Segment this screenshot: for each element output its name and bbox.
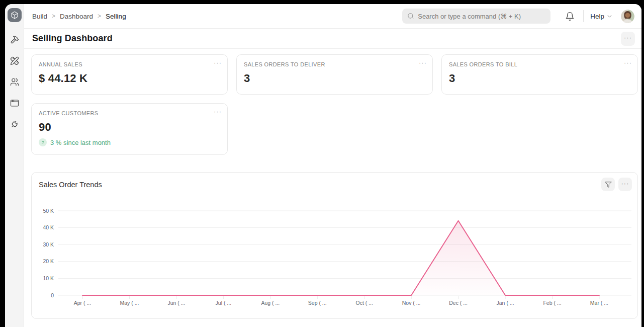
svg-text:Aug ( ...: Aug ( ... <box>261 300 280 306</box>
number-cards-row-2: ACTIVE CUSTOMERS 90 3 % since last month… <box>31 103 638 155</box>
sidebar-item-design[interactable] <box>8 54 21 67</box>
users-icon <box>10 77 19 87</box>
card-active-customers[interactable]: ACTIVE CUSTOMERS 90 3 % since last month… <box>31 103 228 155</box>
dashboard-content: ANNUAL SALES $ 44.12 K ··· SALES ORDERS … <box>24 49 641 327</box>
avatar-image <box>621 10 634 23</box>
svg-text:0: 0 <box>51 292 54 298</box>
ellipsis-icon: ··· <box>624 34 632 41</box>
search-icon <box>407 13 414 20</box>
breadcrumb: Build > Dashboard > Selling <box>32 13 126 20</box>
main-area: Build > Dashboard > Selling Search or ty… <box>24 4 641 327</box>
ellipsis-icon: ··· <box>214 59 222 66</box>
breadcrumb-item-dashboard[interactable]: Dashboard <box>60 13 93 20</box>
app-window-icon <box>10 99 19 108</box>
svg-text:Mar ( ...: Mar ( ... <box>590 300 608 306</box>
sidebar-item-apps[interactable] <box>8 97 21 110</box>
chevron-down-icon <box>606 13 613 20</box>
svg-text:Sep ( ...: Sep ( ... <box>308 300 327 306</box>
card-annual-sales[interactable]: ANNUAL SALES $ 44.12 K ··· <box>31 54 228 95</box>
card-label: ACTIVE CUSTOMERS <box>39 110 220 116</box>
topbar-divider <box>583 10 584 22</box>
trend-up-badge <box>39 138 47 146</box>
app-window: Build > Dashboard > Selling Search or ty… <box>5 4 641 327</box>
svg-text:Jan ( ...: Jan ( ... <box>497 300 514 306</box>
card-label: SALES ORDERS TO DELIVER <box>244 61 425 67</box>
svg-text:Jul ( ...: Jul ( ... <box>216 300 232 306</box>
card-menu-button[interactable]: ··· <box>624 59 632 66</box>
card-label: ANNUAL SALES <box>39 61 220 67</box>
svg-text:Oct ( ...: Oct ( ... <box>355 300 373 306</box>
notifications-button[interactable] <box>563 9 577 23</box>
svg-text:Dec ( ...: Dec ( ... <box>449 300 468 306</box>
hammer-icon <box>10 35 19 44</box>
sidebar-nav <box>8 33 21 131</box>
card-value: 3 <box>244 72 425 85</box>
sidebar-item-users[interactable] <box>8 75 21 89</box>
sidebar-item-integrations[interactable] <box>8 118 21 131</box>
svg-text:Jun ( ...: Jun ( ... <box>167 300 185 306</box>
breadcrumb-item-build[interactable]: Build <box>32 13 47 20</box>
sales-order-trends-card: Sales Order Trends ··· 010 K20 K30 K40 <box>31 172 638 319</box>
sidebar-item-build[interactable] <box>8 33 21 46</box>
svg-text:50 K: 50 K <box>43 208 54 214</box>
help-menu[interactable]: Help <box>590 13 613 20</box>
ellipsis-icon: ··· <box>214 108 222 115</box>
breadcrumb-separator: > <box>52 13 55 20</box>
card-sales-orders-to-deliver[interactable]: SALES ORDERS TO DELIVER 3 ··· <box>236 54 433 95</box>
search-placeholder: Search or type a command (⌘ + K) <box>418 13 521 20</box>
plug-icon <box>10 120 19 129</box>
card-value: 90 <box>39 121 220 134</box>
card-delta: 3 % since last month <box>39 138 220 146</box>
card-menu-button[interactable]: ··· <box>214 59 222 66</box>
svg-text:May ( ...: May ( ... <box>120 300 139 306</box>
bell-icon <box>565 12 575 21</box>
breadcrumb-separator: > <box>98 13 101 20</box>
svg-text:Feb ( ...: Feb ( ... <box>543 300 561 306</box>
card-delta-text: 3 % since last month <box>50 139 111 146</box>
box-icon <box>11 11 19 19</box>
arrow-up-right-icon <box>41 140 45 145</box>
pencil-ruler-icon <box>10 56 19 65</box>
card-value: 3 <box>449 72 630 85</box>
search-input[interactable]: Search or type a command (⌘ + K) <box>402 9 550 24</box>
card-label: SALES ORDERS TO BILL <box>449 61 630 67</box>
help-label: Help <box>590 13 604 20</box>
card-menu-button[interactable]: ··· <box>214 108 222 115</box>
ellipsis-icon: ··· <box>419 59 427 66</box>
sales-order-trends-chart: 010 K20 K30 K40 K50 KApr ( ...May ( ...J… <box>32 173 638 319</box>
title-bar: Selling Dashboard ··· <box>24 29 641 49</box>
topbar: Build > Dashboard > Selling Search or ty… <box>24 4 641 29</box>
page-menu-button[interactable]: ··· <box>621 32 635 46</box>
breadcrumb-item-selling[interactable]: Selling <box>106 13 126 20</box>
svg-text:Nov ( ...: Nov ( ... <box>402 300 421 306</box>
svg-text:30 K: 30 K <box>43 241 54 248</box>
svg-text:Apr ( ...: Apr ( ... <box>74 300 91 306</box>
svg-text:20 K: 20 K <box>43 258 54 264</box>
number-cards-row-1: ANNUAL SALES $ 44.12 K ··· SALES ORDERS … <box>31 54 638 95</box>
card-value: $ 44.12 K <box>39 72 220 85</box>
ellipsis-icon: ··· <box>624 59 632 66</box>
svg-text:40 K: 40 K <box>43 224 54 230</box>
card-menu-button[interactable]: ··· <box>419 59 427 66</box>
svg-text:10 K: 10 K <box>43 275 54 281</box>
sidebar <box>5 4 24 327</box>
user-avatar[interactable] <box>621 10 634 23</box>
app-logo[interactable] <box>8 8 22 22</box>
page-title: Selling Dashboard <box>32 33 113 44</box>
card-sales-orders-to-bill[interactable]: SALES ORDERS TO BILL 3 ··· <box>441 54 638 95</box>
